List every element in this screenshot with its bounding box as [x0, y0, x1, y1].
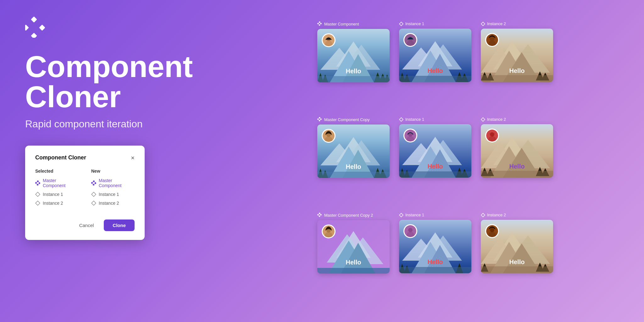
avatar-i1-3 — [403, 224, 417, 238]
avatar-face-i2-3 — [486, 224, 498, 238]
svg-rect-10 — [93, 180, 95, 182]
svg-point-95 — [404, 130, 416, 142]
svg-rect-16 — [319, 21, 321, 23]
svg-rect-64 — [319, 117, 321, 119]
selected-item-instance1: Instance 1 — [35, 192, 79, 197]
dialog-header: Component Cloner × — [35, 154, 135, 161]
svg-rect-13 — [92, 184, 95, 186]
svg-rect-67 — [319, 120, 320, 122]
scene-instance1-3: Hello — [399, 220, 471, 273]
master-icon — [35, 180, 40, 186]
instance-grid-icon-2-1 — [481, 22, 485, 26]
avatar-face-i1-2 — [404, 129, 416, 142]
component-card-instance2-2[interactable]: Hello — [481, 124, 553, 178]
avatar-master-3 — [322, 225, 336, 238]
svg-marker-35 — [399, 22, 403, 26]
component-card-instance2-1[interactable]: Hello — [481, 29, 553, 82]
svg-rect-66 — [320, 118, 322, 120]
label-text: Instance 1 — [405, 21, 424, 26]
hello-text-master-2: Hello — [317, 163, 390, 170]
new-master-label: Master Component — [99, 178, 135, 188]
svg-rect-132 — [399, 267, 471, 273]
avatar-face-i2-1 — [486, 33, 498, 47]
svg-rect-60 — [481, 75, 553, 82]
component-card-instance1-1[interactable]: Hello — [399, 29, 471, 82]
close-button[interactable]: × — [131, 155, 135, 161]
svg-rect-30 — [317, 76, 390, 82]
component-group-instance2-3: Instance 2 — [481, 213, 553, 301]
component-group-instance1-3: Instance 1 — [399, 213, 471, 301]
selected-master-label: Master Component — [43, 178, 79, 188]
svg-rect-45 — [399, 76, 471, 82]
component-card-master-1[interactable]: Hello — [317, 29, 390, 82]
component-card-instance1-2[interactable]: Hello — [399, 124, 471, 178]
svg-rect-91 — [399, 171, 471, 178]
app-title: ComponentCloner — [25, 52, 201, 112]
component-card-instance1-3[interactable]: Hello — [399, 220, 471, 273]
component-label-instance1-2: Instance 1 — [399, 117, 471, 122]
svg-point-109 — [490, 132, 494, 137]
hello-text-i1-1: Hello — [399, 67, 471, 75]
selected-item-instance2: Instance 2 — [35, 201, 79, 206]
svg-marker-8 — [36, 192, 40, 197]
svg-rect-111 — [317, 214, 319, 216]
svg-marker-96 — [481, 118, 485, 121]
hello-text-i1-3: Hello — [399, 258, 471, 266]
left-panel: ComponentCloner Rapid component iteratio… — [0, 0, 226, 322]
component-label-instance1-1: Instance 1 — [399, 21, 471, 26]
clone-button[interactable]: Clone — [104, 219, 135, 231]
svg-rect-113 — [319, 215, 320, 217]
component-label-instance2-1: Instance 2 — [481, 21, 553, 26]
avatar-master-2 — [322, 129, 336, 143]
svg-rect-0 — [31, 16, 37, 23]
component-card-master-3[interactable]: Hello — [317, 220, 390, 274]
new-item-master: Master Component — [91, 178, 135, 188]
selected-column: Selected Master Component Instance 1 — [35, 169, 79, 209]
instance-icon-1 — [35, 192, 40, 197]
selected-item-master: Master Component — [35, 178, 79, 188]
scene-instance1-1: Hello — [399, 29, 471, 82]
instance-grid-icon-2-2 — [481, 117, 485, 122]
hello-text-i2-2: Hello — [481, 163, 553, 170]
svg-rect-146 — [481, 266, 553, 273]
label-text: Instance 2 — [487, 117, 506, 122]
avatar-face-i2-2 — [486, 129, 498, 142]
dialog-columns: Selected Master Component Instance 1 — [35, 169, 135, 209]
svg-point-136 — [404, 225, 416, 237]
scene-blue-1: Hello — [317, 29, 390, 82]
svg-marker-123 — [399, 213, 403, 217]
avatar-i2-2 — [485, 129, 499, 142]
canvas-grid: Master Component — [317, 21, 553, 301]
master-grid-icon-2 — [317, 117, 322, 122]
new-instance1-label: Instance 1 — [99, 192, 119, 197]
svg-marker-81 — [399, 118, 403, 121]
selected-instance2-label: Instance 2 — [43, 201, 63, 206]
new-instance-icon-2 — [91, 201, 96, 206]
svg-rect-12 — [94, 182, 96, 184]
cancel-button[interactable]: Cancel — [73, 219, 100, 231]
scene-instance2-2: Hello — [481, 124, 553, 178]
master-grid-icon-1 — [317, 21, 322, 26]
component-card-master-2[interactable]: Hello — [317, 125, 390, 178]
hello-text-1: Hello — [317, 68, 390, 75]
svg-marker-137 — [481, 213, 485, 217]
svg-rect-17 — [317, 23, 319, 25]
svg-rect-19 — [319, 24, 320, 26]
label-text: Master Component Copy 2 — [324, 213, 373, 218]
component-label-instance2-3: Instance 2 — [481, 213, 553, 217]
new-item-instance2: Instance 2 — [91, 201, 135, 206]
svg-rect-11 — [91, 182, 93, 184]
avatar-i1-1 — [403, 33, 417, 47]
component-group-master-2: Master Component Copy — [317, 117, 390, 205]
instance-icon-2 — [35, 201, 40, 206]
logo — [25, 16, 201, 39]
component-group-instance1-1: Instance 1 — [399, 21, 471, 109]
avatar-1 — [322, 33, 336, 47]
component-label-instance2-2: Instance 2 — [481, 117, 553, 122]
hello-text-master-3: Hello — [317, 259, 390, 266]
component-card-instance2-3[interactable]: Hello — [481, 220, 553, 273]
svg-rect-18 — [320, 23, 322, 25]
app-subtitle: Rapid component iteration — [25, 118, 201, 130]
svg-rect-106 — [481, 171, 553, 178]
new-master-icon — [91, 180, 96, 186]
